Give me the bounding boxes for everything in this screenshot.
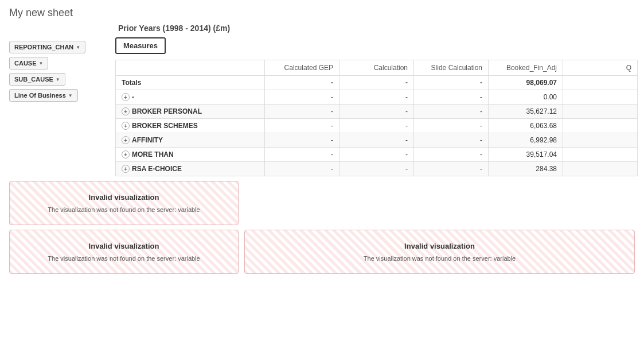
col-header-slide-calculation: Slide Calculation bbox=[414, 60, 489, 76]
row-value-cell bbox=[563, 90, 638, 105]
filter-cause-caret: ▼ bbox=[39, 61, 44, 66]
invalid-viz-top-left-desc: The visualization was not found on the s… bbox=[19, 206, 229, 213]
row-value-cell: - bbox=[414, 90, 489, 105]
col-header-booked-fin-adj: Booked_Fin_Adj bbox=[489, 60, 563, 76]
measures-button[interactable]: Measures bbox=[115, 37, 166, 54]
row-value-cell: 6,063.68 bbox=[489, 119, 563, 133]
row-label-cell: Totals bbox=[116, 76, 265, 90]
row-value-cell: - bbox=[339, 148, 414, 162]
row-label-text: MORE THAN bbox=[132, 150, 174, 159]
table-row: +----0.00 bbox=[116, 90, 638, 105]
filter-cause-label: CAUSE bbox=[14, 60, 37, 67]
filter-sub-cause-label: SUB_CAUSE bbox=[14, 76, 53, 83]
row-label-text: RSA E-CHOICE bbox=[132, 165, 182, 173]
measures-button-row: Measures bbox=[115, 37, 638, 57]
filter-row-1: REPORTING_CHAN ▼ CAUSE ▼ bbox=[9, 41, 111, 69]
invalid-viz-bottom-left-title: Invalid visualization bbox=[19, 242, 229, 250]
row-label-cell: +BROKER SCHEMES bbox=[116, 119, 265, 133]
row-value-cell: - bbox=[414, 133, 489, 148]
row-value-cell: - bbox=[265, 76, 339, 90]
row-label-cell: +MORE THAN bbox=[116, 148, 265, 162]
viz-row-bottom: Invalid visualization The visualization … bbox=[9, 230, 635, 274]
invalid-viz-top-left-title: Invalid visualization bbox=[19, 193, 229, 202]
row-value-cell bbox=[563, 148, 638, 162]
filter-line-of-business-label: Line Of Business bbox=[14, 92, 66, 99]
row-value-cell: 6,992.98 bbox=[489, 133, 563, 148]
row-label-text: BROKER SCHEMES bbox=[132, 122, 198, 130]
row-value-cell: 39,517.04 bbox=[489, 148, 563, 162]
row-value-cell: 284.38 bbox=[489, 162, 563, 176]
invalid-viz-bottom-left: Invalid visualization The visualization … bbox=[9, 230, 239, 274]
row-value-cell: - bbox=[265, 90, 339, 105]
expand-icon[interactable]: + bbox=[122, 165, 130, 173]
row-value-cell: - bbox=[265, 105, 339, 119]
row-value-cell: - bbox=[265, 133, 339, 148]
row-value-cell: - bbox=[414, 105, 489, 119]
row-label-cell: +BROKER PERSONAL bbox=[116, 105, 265, 119]
data-table: Calculated GEP Calculation Slide Calcula… bbox=[115, 60, 638, 176]
filter-line-of-business-caret: ▼ bbox=[68, 93, 73, 98]
table-row: +MORE THAN---39,517.04 bbox=[116, 148, 638, 162]
filter-row-2: SUB_CAUSE ▼ Line Of Business ▼ bbox=[9, 73, 111, 102]
row-label-cell: +RSA E-CHOICE bbox=[116, 162, 265, 176]
table-row: +BROKER PERSONAL---35,627.12 bbox=[116, 105, 638, 119]
col-header-row-label bbox=[116, 60, 265, 76]
filter-reporting-chan-caret: ▼ bbox=[76, 45, 80, 50]
invalid-viz-bottom-left-desc: The visualization was not found on the s… bbox=[19, 255, 229, 262]
row-label-text: BROKER PERSONAL bbox=[132, 107, 202, 115]
row-value-cell: - bbox=[265, 119, 339, 133]
row-value-cell bbox=[563, 133, 638, 148]
row-value-cell: - bbox=[339, 76, 414, 90]
row-label-text: AFFINITY bbox=[132, 136, 163, 144]
row-value-cell bbox=[563, 162, 638, 176]
invalid-viz-right-title: Invalid visualization bbox=[254, 242, 625, 250]
row-value-cell: 98,069.07 bbox=[489, 76, 563, 90]
viz-right-col: Invalid visualization The visualization … bbox=[244, 230, 635, 274]
table-row: +RSA E-CHOICE---284.38 bbox=[116, 162, 638, 176]
page-title: My new sheet bbox=[0, 0, 644, 24]
filter-line-of-business[interactable]: Line Of Business ▼ bbox=[9, 89, 78, 102]
row-label-text: - bbox=[132, 93, 134, 101]
row-value-cell: - bbox=[265, 148, 339, 162]
row-value-cell: 0.00 bbox=[489, 90, 563, 105]
filter-reporting-chan[interactable]: REPORTING_CHAN ▼ bbox=[9, 41, 85, 53]
page-container: My new sheet Prior Years (1998 - 2014) (… bbox=[0, 0, 644, 274]
row-value-cell: - bbox=[339, 119, 414, 133]
row-value-cell: 35,627.12 bbox=[489, 105, 563, 119]
row-value-cell bbox=[563, 76, 638, 90]
table-area: Measures Calculated GEP Calculation Slid… bbox=[115, 37, 638, 176]
row-value-cell: - bbox=[414, 119, 489, 133]
expand-icon[interactable]: + bbox=[122, 150, 130, 159]
expand-icon[interactable]: + bbox=[122, 122, 130, 130]
filter-sub-cause-caret: ▼ bbox=[56, 77, 60, 82]
row-value-cell: - bbox=[414, 148, 489, 162]
row-value-cell: - bbox=[339, 90, 414, 105]
row-label-cell: +AFFINITY bbox=[116, 133, 265, 148]
row-value-cell: - bbox=[265, 162, 339, 176]
table-row: +BROKER SCHEMES---6,063.68 bbox=[116, 119, 638, 133]
expand-icon[interactable]: + bbox=[122, 107, 130, 115]
row-value-cell: - bbox=[339, 133, 414, 148]
col-header-q: Q bbox=[563, 60, 638, 76]
row-value-cell bbox=[563, 105, 638, 119]
expand-icon[interactable]: + bbox=[122, 136, 130, 144]
filter-reporting-chan-label: REPORTING_CHAN bbox=[14, 44, 73, 51]
viz-left-col: Invalid visualization The visualization … bbox=[9, 181, 239, 225]
filter-sub-cause[interactable]: SUB_CAUSE ▼ bbox=[9, 73, 65, 86]
widget-title: Prior Years (1998 - 2014) (£m) bbox=[118, 24, 635, 33]
row-value-cell: - bbox=[414, 76, 489, 90]
invalid-viz-right: Invalid visualization The visualization … bbox=[244, 230, 635, 274]
table-header-row: Calculated GEP Calculation Slide Calcula… bbox=[116, 60, 638, 76]
measures-button-label: Measures bbox=[123, 41, 158, 50]
expand-icon[interactable]: + bbox=[122, 93, 130, 101]
viz-bottom-left-col: Invalid visualization The visualization … bbox=[9, 230, 239, 274]
table-row: +AFFINITY---6,992.98 bbox=[116, 133, 638, 148]
table-wrapper: REPORTING_CHAN ▼ CAUSE ▼ SUB_CAUSE ▼ Lin… bbox=[9, 37, 635, 176]
filter-cause[interactable]: CAUSE ▼ bbox=[9, 57, 48, 69]
row-value-cell: - bbox=[339, 105, 414, 119]
row-value-cell bbox=[563, 119, 638, 133]
invalid-viz-top-left: Invalid visualization The visualization … bbox=[9, 181, 239, 225]
invalid-viz-right-desc: The visualization was not found on the s… bbox=[254, 255, 625, 262]
row-value-cell: - bbox=[339, 162, 414, 176]
col-header-calculation: Calculation bbox=[339, 60, 414, 76]
